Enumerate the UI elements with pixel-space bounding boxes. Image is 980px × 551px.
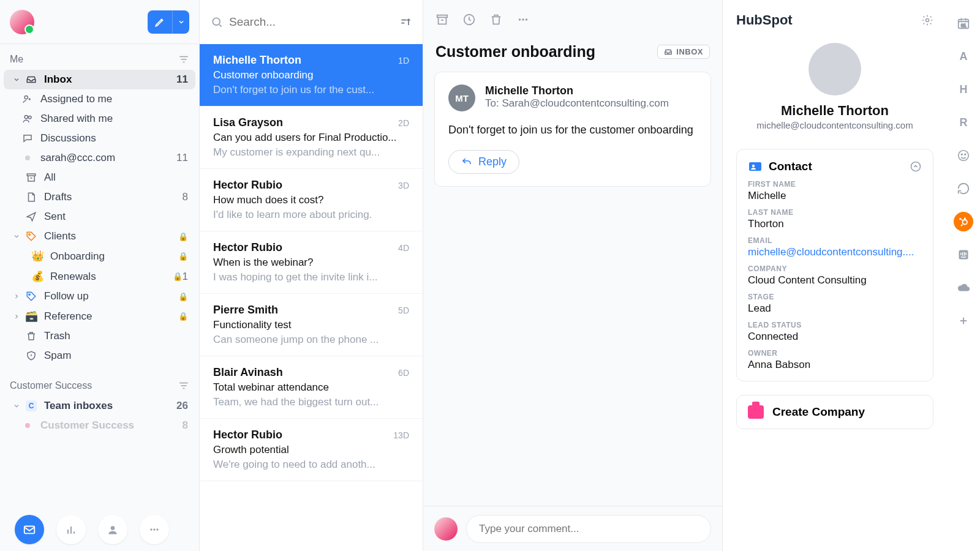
rail-add[interactable] [954,311,973,331]
app-rail: 31 A H R [947,0,980,551]
folder-reference[interactable]: 🗃️ Reference 🔒 [4,306,195,326]
folder-label: Assigned to me [40,93,188,105]
snooze-button[interactable] [462,13,476,26]
field-value-email[interactable]: michelle@cloudcontentconsulting.... [748,246,922,258]
sort-icon[interactable] [399,16,412,28]
thread-item[interactable]: Michelle Thorton1D Customer onboarding D… [200,44,423,107]
calendar-icon: 31 [957,17,970,30]
rail-face[interactable] [954,146,973,165]
folder-followup[interactable]: Follow up 🔒 [4,287,195,306]
thread-preview: I'd like to learn more about pricing. [213,209,409,221]
field-value: Cloud Content Consulting [748,274,922,287]
thread-list: Michelle Thorton1D Customer onboarding D… [200,0,423,551]
create-company-button[interactable]: Create Company [736,395,933,429]
svg-point-4 [29,234,30,235]
mail-button[interactable] [15,515,44,544]
folder-onboarding[interactable]: 👑 Onboarding 🔒 [4,246,195,266]
send-icon [26,211,37,222]
thread-item[interactable]: Blair Avinash6D Total webinar attendance… [200,356,423,419]
folder-label: All [44,171,188,184]
svg-point-23 [959,151,969,161]
thread-subject: Growth potential [213,444,409,456]
hubspot-panel: HubSpot Michelle Thorton michelle@cloudc… [723,0,947,551]
more-button[interactable] [516,13,530,26]
archive-button[interactable] [435,13,449,26]
rail-hubspot[interactable] [954,212,973,231]
briefcase-icon [748,405,764,419]
folder-label: Sent [44,211,188,223]
message-title: Customer onboarding [435,43,595,61]
thread-sender: Michelle Thorton [213,54,301,67]
field-label: STAGE [748,293,922,301]
folder-team-inboxes[interactable]: C Team inboxes 26 [4,396,195,416]
folder-clients[interactable]: Clients 🔒 [4,227,195,246]
inbox-icon [664,48,673,56]
folder-label: Reference [44,310,175,323]
folder-sent[interactable]: Sent [4,207,195,227]
folder-renewals[interactable]: 💰 Renewals 🔒 1 [4,266,195,287]
gear-icon[interactable] [921,14,933,26]
compose-dropdown[interactable] [172,10,189,34]
folder-inbox[interactable]: Inbox 11 [4,70,195,89]
folder-label: sarah@ccc.com [40,152,176,164]
lock-icon: 🔒 [173,272,183,281]
svg-point-28 [959,218,961,220]
card-box-emoji-icon: 🗃️ [24,310,38,323]
svg-point-29 [961,225,963,227]
folder-label: Onboarding [50,250,175,263]
face-icon [957,149,970,162]
svg-point-10 [156,528,158,530]
rail-refresh[interactable] [954,179,973,198]
svg-point-0 [24,96,28,99]
filter-icon[interactable] [178,381,189,390]
rail-intercom[interactable] [954,245,973,264]
thread-item[interactable]: Lisa Grayson2D Can you add users for Fin… [200,107,423,169]
person-icon [107,523,119,536]
folder-account[interactable]: sarah@ccc.com 11 [4,148,195,168]
rail-h[interactable]: H [954,80,973,99]
mail-icon [23,523,36,536]
section-customer-success: Customer Success [0,375,199,396]
svg-point-5 [29,294,30,295]
rail-r[interactable]: R [954,113,973,132]
contacts-button[interactable] [98,515,127,544]
rail-salesforce[interactable] [954,278,973,298]
reply-button[interactable]: Reply [448,150,519,174]
folder-all[interactable]: All [4,168,195,187]
delete-button[interactable] [489,13,503,26]
plus-icon [958,315,969,326]
search-input[interactable] [229,15,393,29]
rail-calendar[interactable]: 31 [954,13,973,33]
comment-input[interactable] [466,515,711,543]
more-button[interactable] [140,515,169,544]
svg-rect-3 [27,174,36,176]
filter-icon[interactable] [178,55,189,64]
user-avatar[interactable] [10,10,34,34]
analytics-button[interactable] [56,515,86,544]
thread-item[interactable]: Pierre Smith5D Functionality test Can so… [200,294,423,356]
lock-icon: 🔒 [178,312,188,321]
search-icon [211,16,223,28]
trash-icon [489,13,503,26]
folder-customer-success[interactable]: Customer Success 8 [4,416,195,435]
inbox-chip[interactable]: INBOX [657,45,710,59]
thread-item[interactable]: Hector Rubio3D How much does it cost? I'… [200,169,423,231]
thread-item[interactable]: Hector Rubio13D Growth potential We're g… [200,419,423,481]
thread-item[interactable]: Hector Rubio4D When is the webinar? I wa… [200,231,423,294]
folder-trash[interactable]: Trash [4,326,195,346]
field-value: Anna Babson [748,359,922,371]
compose-button[interactable] [148,10,172,34]
rail-a[interactable]: A [954,47,973,66]
folder-spam[interactable]: Spam [4,346,195,365]
field-label: FIRST NAME [748,180,922,189]
folder-shared[interactable]: Shared with me [4,109,195,129]
field-label: LEAD STATUS [748,321,922,329]
chevron-down-icon [13,233,20,240]
lock-icon: 🔒 [178,232,188,241]
folder-discussions[interactable]: Discussions [4,129,195,148]
collapse-icon[interactable] [910,160,922,173]
folder-drafts[interactable]: Drafts 8 [4,187,195,207]
folder-label: Team inboxes [44,400,176,412]
folder-assigned[interactable]: Assigned to me [4,89,195,109]
svg-point-11 [213,18,220,25]
